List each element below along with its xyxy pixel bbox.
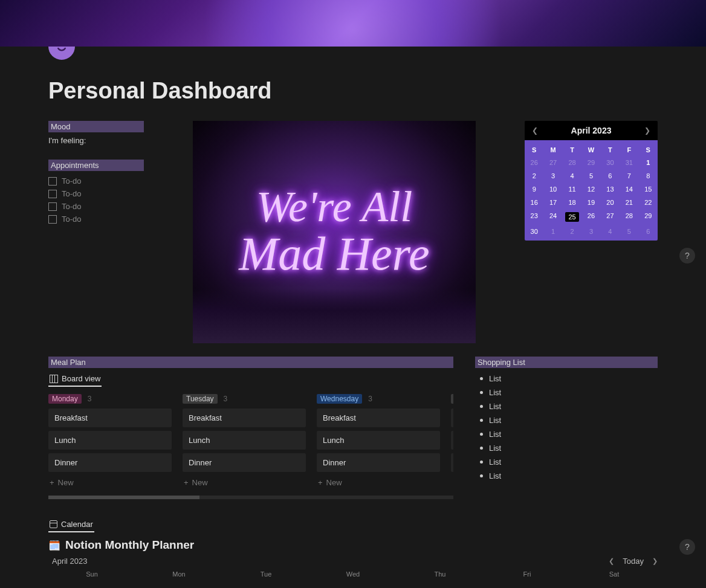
shopping-item[interactable]: List bbox=[475, 386, 658, 399]
board-view-tab[interactable]: Board view bbox=[48, 372, 102, 387]
help-button[interactable]: ? bbox=[679, 539, 695, 555]
bullet-icon bbox=[480, 474, 483, 477]
cal-day[interactable]: 31 bbox=[620, 156, 638, 169]
cal-prev-button[interactable]: ❮ bbox=[532, 126, 538, 135]
todo-item[interactable]: To-do bbox=[48, 187, 144, 200]
plus-icon: + bbox=[184, 478, 189, 487]
checkbox[interactable] bbox=[48, 215, 57, 224]
planner-dow: Thu bbox=[397, 569, 484, 579]
board-card[interactable]: Breakfast bbox=[183, 409, 306, 427]
cal-day[interactable]: 3 bbox=[581, 225, 600, 238]
planner-next-button[interactable]: ❯ bbox=[652, 557, 658, 565]
checkbox[interactable] bbox=[48, 202, 57, 211]
todo-label: To-do bbox=[62, 215, 82, 224]
shopping-item[interactable]: List bbox=[475, 399, 658, 413]
cal-day[interactable]: 2 bbox=[525, 169, 543, 183]
board-card[interactable]: Lunch bbox=[48, 431, 172, 450]
board-scrollbar[interactable] bbox=[48, 496, 453, 499]
cal-day[interactable]: 4 bbox=[601, 225, 620, 238]
cal-day[interactable]: 5 bbox=[581, 169, 600, 183]
mood-text[interactable]: I'm feeling: bbox=[48, 136, 144, 145]
cal-day[interactable]: 23 bbox=[525, 209, 543, 225]
today-button[interactable]: Today bbox=[623, 557, 644, 566]
cal-day[interactable]: 18 bbox=[563, 196, 581, 209]
board-card[interactable]: Lunch bbox=[183, 431, 306, 450]
cal-day[interactable]: 27 bbox=[543, 156, 562, 169]
board-card[interactable]: Dinner bbox=[183, 453, 306, 472]
planner-prev-button[interactable]: ❮ bbox=[609, 557, 614, 565]
cal-day[interactable]: 4 bbox=[563, 169, 581, 183]
cal-day[interactable]: 24 bbox=[543, 209, 562, 225]
cal-day[interactable]: 17 bbox=[543, 196, 562, 209]
cal-dow: W bbox=[581, 144, 600, 156]
column-count: 3 bbox=[88, 395, 92, 403]
board-card[interactable]: Lunch bbox=[317, 431, 440, 450]
cal-day[interactable]: 27 bbox=[601, 209, 620, 225]
cal-day[interactable]: 26 bbox=[525, 156, 543, 169]
cal-day[interactable]: 7 bbox=[620, 169, 638, 183]
cal-day[interactable]: 11 bbox=[563, 183, 581, 196]
planner-dow: Tue bbox=[222, 569, 309, 579]
cal-day[interactable]: 16 bbox=[525, 196, 543, 209]
new-card-button[interactable]: +New bbox=[317, 476, 440, 489]
cal-day[interactable]: 1 bbox=[543, 225, 562, 238]
shopping-item[interactable]: List bbox=[475, 441, 658, 455]
column-tag[interactable]: Wednesday bbox=[317, 394, 362, 404]
cal-day[interactable]: 22 bbox=[639, 196, 658, 209]
checkbox[interactable] bbox=[48, 177, 57, 186]
bullet-icon bbox=[480, 391, 483, 394]
board-card[interactable]: Dinner bbox=[317, 453, 440, 472]
cal-day[interactable]: 20 bbox=[601, 196, 620, 209]
cal-day[interactable]: 1 bbox=[639, 156, 658, 169]
shopping-item[interactable]: List bbox=[475, 413, 658, 427]
todo-label: To-do bbox=[62, 176, 82, 186]
cal-day[interactable]: 30 bbox=[601, 156, 620, 169]
new-card-button[interactable]: +New bbox=[183, 476, 306, 489]
column-tag[interactable]: Tuesday bbox=[183, 394, 218, 404]
cal-next-button[interactable]: ❯ bbox=[644, 126, 650, 135]
cal-day[interactable]: 14 bbox=[620, 183, 638, 196]
cal-day[interactable]: 29 bbox=[639, 209, 658, 225]
cal-dow: S bbox=[639, 144, 658, 156]
cal-day[interactable]: 30 bbox=[525, 225, 543, 238]
board-card[interactable]: Breakfast bbox=[48, 409, 172, 427]
cal-day[interactable]: 29 bbox=[581, 156, 600, 169]
cal-day[interactable]: 19 bbox=[581, 196, 600, 209]
board-card[interactable]: Breakfast bbox=[317, 409, 440, 427]
bullet-icon bbox=[480, 419, 483, 422]
cal-day[interactable]: 13 bbox=[601, 183, 620, 196]
cal-day[interactable]: 6 bbox=[639, 225, 658, 238]
cal-day[interactable]: 28 bbox=[620, 209, 638, 225]
cal-day[interactable]: 25 bbox=[563, 209, 581, 225]
cal-day[interactable]: 6 bbox=[601, 169, 620, 183]
cal-day[interactable]: 2 bbox=[563, 225, 581, 238]
planner-title[interactable]: Notion Monthly Planner bbox=[65, 538, 194, 552]
todo-item[interactable]: To-do bbox=[48, 200, 144, 213]
cal-day[interactable]: 26 bbox=[581, 209, 600, 225]
shopping-item[interactable]: List bbox=[475, 427, 658, 441]
cal-day[interactable]: 28 bbox=[563, 156, 581, 169]
new-card-button[interactable]: +New bbox=[48, 476, 172, 489]
board-card[interactable]: Dinner bbox=[48, 453, 172, 472]
cal-day[interactable]: 5 bbox=[620, 225, 638, 238]
cal-day[interactable]: 21 bbox=[620, 196, 638, 209]
column-tag[interactable]: Monday bbox=[48, 394, 82, 404]
shopping-heading: Shopping List bbox=[475, 357, 658, 368]
cal-day[interactable]: 10 bbox=[543, 183, 562, 196]
cal-day[interactable]: 8 bbox=[639, 169, 658, 183]
checkbox[interactable] bbox=[48, 190, 57, 198]
cal-day[interactable]: 15 bbox=[639, 183, 658, 196]
shopping-item[interactable]: List bbox=[475, 455, 658, 469]
todo-item[interactable]: To-do bbox=[48, 175, 144, 187]
calendar-icon bbox=[50, 520, 57, 528]
cal-day[interactable]: 3 bbox=[543, 169, 562, 183]
shopping-item[interactable]: List bbox=[475, 469, 658, 483]
todo-item[interactable]: To-do bbox=[48, 213, 144, 225]
shopping-item[interactable]: List bbox=[475, 372, 658, 386]
cal-day[interactable]: 9 bbox=[525, 183, 543, 196]
cal-day[interactable]: 12 bbox=[581, 183, 600, 196]
page-title[interactable]: Personal Dashboard bbox=[48, 78, 658, 104]
calendar-view-label: Calendar bbox=[61, 520, 93, 529]
help-button[interactable]: ? bbox=[679, 248, 695, 263]
calendar-view-tab[interactable]: Calendar bbox=[48, 517, 94, 532]
